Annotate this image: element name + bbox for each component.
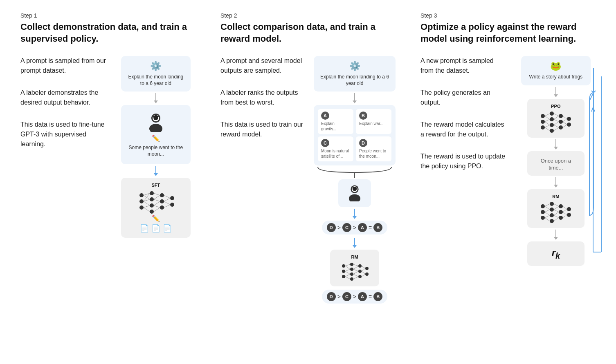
step3-reward-label: rk: [533, 247, 579, 261]
svg-line-108: [545, 206, 550, 210]
step3-rm-nn: [540, 201, 572, 223]
feedback-loop-arrow: [587, 68, 600, 223]
svg-point-106: [567, 213, 571, 217]
svg-line-112: [545, 218, 550, 221]
output-d: D People went to the moon...: [356, 136, 391, 161]
svg-line-54: [345, 274, 350, 277]
arrow-line: [555, 87, 556, 94]
svg-point-13: [160, 205, 164, 210]
step1-neural-net: [137, 189, 174, 214]
svg-line-81: [545, 119, 550, 122]
svg-point-40: [342, 275, 345, 278]
svg-line-84: [545, 127, 550, 131]
step3-text-side: A new prompt is sampled from the dataset…: [420, 56, 508, 352]
step2-rm-label: RM: [336, 255, 373, 259]
svg-line-65: [362, 274, 365, 277]
arrow-line-blue2: [354, 209, 355, 216]
rb-a: A: [358, 223, 367, 232]
svg-point-9: [150, 203, 154, 208]
svg-line-93: [563, 122, 567, 125]
step2-arrow1: [353, 93, 357, 103]
step2-person-icon: [346, 183, 364, 201]
arrow-head: [154, 100, 158, 103]
pencil-icon2: ✏️: [127, 214, 185, 222]
svg-line-30: [164, 198, 170, 201]
svg-line-80: [545, 116, 550, 119]
prompt-icon2: ⚙️: [319, 61, 390, 71]
step3-rm-box: RM: [527, 189, 585, 228]
svg-line-119: [563, 206, 567, 209]
doc-icon3: 📄: [163, 224, 172, 233]
svg-line-53: [345, 271, 350, 274]
svg-line-109: [545, 210, 550, 212]
svg-line-82: [545, 122, 550, 125]
step2-text2: A labeler ranks the outputs from best to…: [220, 88, 306, 107]
step3-ppo-box: PPO: [527, 99, 585, 138]
step1-text1: A prompt is sampled from our prompt data…: [20, 56, 108, 76]
svg-point-38: [342, 264, 345, 268]
step2-labeler-box: [338, 179, 371, 207]
svg-line-116: [554, 212, 559, 215]
svg-line-113: [554, 204, 559, 206]
step1-text-side: A prompt is sampled from our prompt data…: [20, 56, 108, 352]
step2-nn: [340, 261, 369, 281]
svg-point-12: [160, 199, 164, 203]
svg-point-48: [365, 267, 369, 270]
ranking-grid: A Explain gravity... B Explain war... C …: [318, 109, 391, 161]
arrow-line-blue: [155, 166, 156, 173]
arrow-head: [554, 237, 558, 240]
svg-line-79: [545, 114, 550, 116]
arrow-head-blue: [154, 173, 158, 176]
doc-icon2: 📄: [151, 224, 160, 233]
svg-line-121: [563, 212, 567, 215]
step3-prompt-box: 🐸 Write a story about frogs: [521, 56, 591, 85]
step3-label: Step 3: [420, 12, 596, 19]
prompt-icon: ⚙️: [127, 61, 185, 71]
svg-line-85: [554, 114, 559, 116]
svg-point-95: [541, 204, 545, 208]
step2-text-side: A prompt and several model outputs are s…: [220, 56, 306, 352]
svg-line-27: [154, 205, 160, 208]
step3-ppo-label: PPO: [533, 104, 579, 109]
svg-point-46: [358, 270, 362, 273]
svg-point-103: [559, 210, 563, 214]
arrow-head: [554, 185, 558, 188]
person-icon: [127, 112, 185, 134]
rb-b2: B: [373, 292, 382, 301]
svg-point-6: [139, 205, 144, 210]
svg-line-118: [554, 218, 559, 221]
svg-line-88: [554, 122, 559, 125]
step1-prompt-text: Explain the moon landing to a 6 year old: [127, 74, 185, 87]
svg-line-28: [154, 208, 160, 212]
step3-rm-label: RM: [533, 194, 579, 199]
badge-a: A: [321, 112, 329, 120]
step2-arrow2: [353, 209, 357, 219]
svg-point-99: [550, 208, 554, 212]
svg-point-39: [342, 270, 345, 273]
svg-point-70: [550, 112, 554, 116]
svg-point-96: [541, 210, 545, 214]
step3-ppo-nn: [540, 110, 572, 133]
arrow-line-blue3: [354, 238, 355, 245]
svg-point-78: [567, 123, 571, 127]
step1-column: Step 1 Collect demonstration data, and t…: [8, 12, 208, 352]
svg-point-15: [170, 203, 174, 207]
gt4: >: [353, 293, 356, 300]
step1-text2: A labeler demonstrates the desired outpu…: [20, 88, 108, 107]
badge-d: D: [359, 139, 367, 147]
step3-arrow1: [554, 87, 558, 97]
step3-arrow4: [554, 230, 558, 240]
step3-diagram: 🐸 Write a story about frogs PPO: [516, 56, 596, 352]
rb-a2: A: [358, 292, 367, 301]
svg-point-104: [559, 216, 563, 220]
step2-label: Step 2: [220, 12, 396, 19]
step3-prompt-text: Write a story about frogs: [527, 74, 585, 80]
svg-line-31: [164, 201, 170, 205]
svg-point-7: [150, 191, 154, 195]
svg-point-41: [350, 263, 353, 266]
svg-point-72: [550, 123, 554, 127]
svg-line-29: [164, 195, 170, 198]
gt1: >: [337, 224, 341, 231]
svg-point-43: [350, 272, 353, 276]
rb-c2: C: [342, 292, 351, 301]
